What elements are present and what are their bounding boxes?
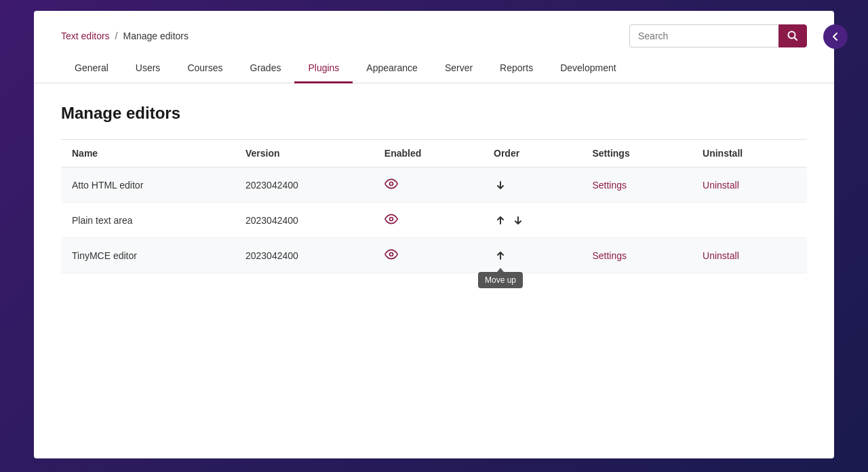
move-down-button[interactable] [511, 214, 525, 227]
eye-icon[interactable] [384, 177, 398, 191]
order-icons [494, 178, 570, 192]
tab-appearance[interactable]: Appearance [353, 54, 431, 83]
breadcrumb-current: Manage editors [123, 31, 189, 41]
tab-courses[interactable]: Courses [174, 54, 236, 83]
editor-enabled[interactable] [374, 238, 483, 273]
editor-enabled[interactable] [374, 168, 483, 203]
tab-development[interactable]: Development [547, 54, 630, 83]
move-up-button[interactable] [494, 214, 507, 227]
page-title: Manage editors [61, 104, 807, 123]
editor-order [483, 203, 581, 238]
main-container: Text editors / Manage editors General Us… [34, 11, 834, 458]
table-header-row: Name Version Enabled Order Settings Unin… [61, 140, 807, 168]
tab-general[interactable]: General [61, 54, 122, 83]
editor-order [483, 168, 581, 203]
search-area [629, 24, 807, 47]
settings-link[interactable]: Settings [592, 250, 627, 261]
editor-uninstall: Uninstall [692, 238, 807, 273]
editor-order: Move up [483, 238, 581, 273]
order-icons [494, 214, 570, 227]
editor-name: TinyMCE editor [61, 238, 235, 273]
col-header-settings: Settings [581, 140, 692, 168]
col-header-order: Order [483, 140, 581, 168]
breadcrumb-area: Text editors / Manage editors [34, 11, 834, 54]
editor-enabled[interactable] [374, 203, 483, 238]
settings-link[interactable]: Settings [592, 180, 627, 191]
table-row: Atto HTML editor 2023042400 [61, 168, 807, 203]
editor-version: 2023042400 [235, 203, 374, 238]
breadcrumb-link[interactable]: Text editors [61, 31, 110, 41]
move-up-wrapper: Move up [494, 249, 507, 262]
col-header-version: Version [235, 140, 374, 168]
editor-version: 2023042400 [235, 238, 374, 273]
editor-settings [581, 203, 692, 238]
move-up-button[interactable] [494, 249, 507, 262]
editor-uninstall [692, 203, 807, 238]
collapse-button[interactable] [823, 24, 848, 49]
eye-icon[interactable] [384, 212, 398, 226]
editor-name: Plain text area [61, 203, 235, 238]
arrow-up-icon [495, 250, 506, 261]
tab-reports[interactable]: Reports [486, 54, 547, 83]
arrow-down-icon [495, 180, 506, 191]
breadcrumb: Text editors / Manage editors [61, 31, 189, 41]
col-header-name: Name [61, 140, 235, 168]
order-icons: Move up [494, 249, 570, 262]
editor-settings: Settings [581, 238, 692, 273]
uninstall-link[interactable]: Uninstall [703, 180, 739, 191]
nav-tabs: General Users Courses Grades Plugins App… [34, 54, 834, 83]
editor-name: Atto HTML editor [61, 168, 235, 203]
search-input[interactable] [629, 24, 778, 47]
arrow-down-icon [513, 215, 524, 226]
svg-point-2 [389, 218, 393, 221]
table-row: Plain text area 2023042400 [61, 203, 807, 238]
arrow-up-icon [495, 215, 506, 226]
content-area: Manage editors Name Version Enabled Orde… [34, 83, 834, 294]
editor-version: 2023042400 [235, 168, 374, 203]
editor-settings: Settings [581, 168, 692, 203]
tab-users[interactable]: Users [122, 54, 174, 83]
eye-icon[interactable] [384, 248, 398, 261]
editor-uninstall: Uninstall [692, 168, 807, 203]
editors-table: Name Version Enabled Order Settings Unin… [61, 139, 807, 273]
col-header-uninstall: Uninstall [692, 140, 807, 168]
tooltip-move-up: Move up [478, 272, 523, 288]
tab-server[interactable]: Server [431, 54, 486, 83]
search-icon [787, 31, 798, 41]
svg-point-3 [389, 253, 393, 256]
uninstall-link[interactable]: Uninstall [703, 250, 739, 261]
search-button[interactable] [778, 24, 807, 47]
tab-plugins[interactable]: Plugins [294, 54, 353, 83]
breadcrumb-separator: / [115, 31, 118, 41]
move-down-button[interactable] [494, 178, 507, 192]
col-header-enabled: Enabled [374, 140, 483, 168]
tab-grades[interactable]: Grades [237, 54, 295, 83]
table-row: TinyMCE editor 2023042400 [61, 238, 807, 273]
svg-point-1 [389, 182, 393, 186]
